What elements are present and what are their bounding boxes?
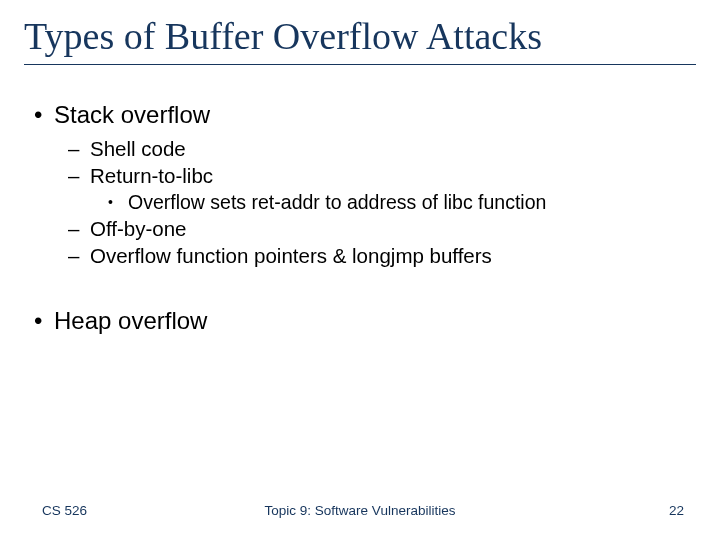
- footer-topic: Topic 9: Software Vulnerabilities: [265, 503, 456, 518]
- slide: Types of Buffer Overflow Attacks Stack o…: [0, 0, 720, 540]
- bullet-off-by-one: Off-by-one: [90, 217, 696, 241]
- slide-content: Stack overflow Shell code Return-to-libc…: [24, 101, 696, 335]
- slide-footer: CS 526 Topic 9: Software Vulnerabilities…: [0, 503, 720, 518]
- footer-page-number: 22: [669, 503, 684, 518]
- footer-course: CS 526: [42, 503, 87, 518]
- bullet-ret-addr: Overflow sets ret-addr to address of lib…: [128, 191, 696, 214]
- bullet-heap-overflow: Heap overflow: [54, 307, 696, 335]
- slide-title: Types of Buffer Overflow Attacks: [24, 14, 696, 65]
- bullet-shell-code: Shell code: [90, 137, 696, 161]
- bullet-function-pointers: Overflow function pointers & longjmp buf…: [90, 244, 696, 268]
- spacer: [28, 271, 696, 307]
- bullet-return-to-libc: Return-to-libc: [90, 164, 696, 188]
- bullet-stack-overflow: Stack overflow: [54, 101, 696, 129]
